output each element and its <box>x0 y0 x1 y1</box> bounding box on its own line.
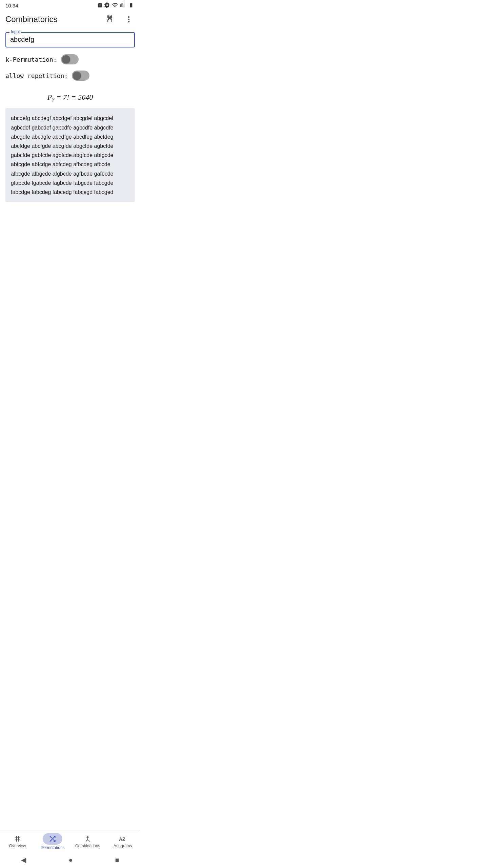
allow-repetition-label: allow repetition: <box>5 72 68 79</box>
app-title: Combinatorics <box>5 15 57 24</box>
allow-repetition-toggle[interactable] <box>72 71 89 81</box>
timer-button[interactable] <box>104 13 116 25</box>
app-bar-actions <box>104 13 135 25</box>
battery-icon <box>127 2 135 9</box>
sim-icon <box>97 2 102 9</box>
formula-section: P7 = 7! = 5040 <box>0 90 140 108</box>
more-options-button[interactable] <box>123 13 135 25</box>
app-bar: Combinatorics <box>0 11 140 29</box>
status-time: 10:34 <box>5 3 18 8</box>
signal-icon <box>120 2 125 9</box>
controls-section: k-Permutation: allow repetition: <box>0 53 140 90</box>
wifi-icon <box>112 2 118 9</box>
status-bar: 10:34 <box>0 0 140 11</box>
input-wrapper: Input <box>5 32 135 47</box>
results-text: abcdefg abcdegf abcdgef abcgdef abgcdef … <box>11 115 113 195</box>
k-permutation-row: k-Permutation: <box>5 54 135 64</box>
input-field[interactable] <box>10 36 130 43</box>
input-label: Input <box>9 29 21 34</box>
allow-repetition-row: allow repetition: <box>5 71 135 81</box>
input-section: Input <box>0 29 140 53</box>
settings-icon <box>104 2 110 9</box>
k-permutation-label: k-Permutation: <box>5 56 57 63</box>
status-icons <box>97 2 135 9</box>
k-permutation-toggle[interactable] <box>61 54 79 64</box>
formula-text: P7 = 7! = 5040 <box>47 93 93 101</box>
results-area[interactable]: abcdefg abcdegf abcdgef abcgdef abgcdef … <box>5 108 135 202</box>
